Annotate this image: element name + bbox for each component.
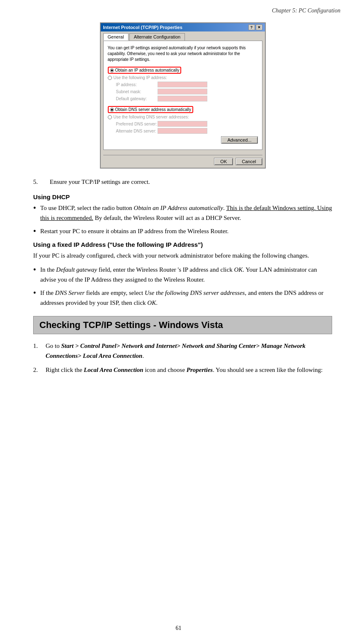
ip-address-label: IP address:	[116, 82, 158, 87]
ip-address-row: IP address:	[108, 82, 258, 87]
vista-step1-content: Go to Start > Control Panel> Network and…	[46, 341, 332, 361]
vista-heading: Checking TCP/IP Settings - Windows Vista	[39, 320, 223, 330]
dns-manual-label: Use the following DNS server addresses:	[114, 115, 189, 119]
alternate-dns-label: Alternate DNS server:	[116, 129, 158, 133]
dhcp-bullet2-content: Restart your PC to ensure it obtains an …	[40, 226, 332, 236]
tab-alternate[interactable]: Alternate Configuration	[129, 33, 185, 41]
fixed-bullet2: • If the DNS Server fields are empty, se…	[33, 288, 332, 308]
dns-auto-option: Obtain DNS server address automatically	[108, 106, 258, 113]
ok-button[interactable]: OK	[214, 158, 233, 165]
bullet-dot-3: •	[33, 265, 36, 274]
alternate-dns-row: Alternate DNS server:	[108, 128, 258, 134]
titlebar-buttons: ? ✕	[248, 24, 262, 30]
vista-step2: 2. Right click the Local Area Connection…	[33, 365, 332, 375]
step5-number: 5.	[33, 177, 50, 187]
fixed-bullet2-content: If the DNS Server fields are empty, sele…	[40, 288, 332, 308]
ip-manual-radio[interactable]	[108, 76, 112, 80]
fixed-b2-normal4: .	[156, 299, 158, 306]
vista-step2-content: Right click the Local Area Connection ic…	[46, 365, 332, 375]
vista-step2-normal2: icon and choose	[143, 367, 187, 373]
preferred-dns-row: Preferred DNS server:	[108, 121, 258, 127]
dialog-info-text: You can get IP settings assigned automat…	[108, 45, 258, 63]
close-button[interactable]: ✕	[256, 24, 262, 30]
fixed-b2-italic2: Use the following DNS server addresses	[145, 289, 245, 296]
ip-manual-label: Use the following IP address:	[114, 75, 167, 80]
dhcp-b1-italic: Obtain an IP Address automatically	[134, 205, 223, 211]
using-fixed-heading: Using a fixed IP Address ("Use the follo…	[33, 241, 332, 248]
dns-manual-radio[interactable]	[108, 115, 112, 119]
default-gateway-label: Default gateway:	[116, 96, 158, 101]
vista-step1: 1. Go to Start > Control Panel> Network …	[33, 341, 332, 361]
dns-manual-option: Use the following DNS server addresses:	[108, 115, 258, 119]
fixed-intro: If your PC is already configured, check …	[33, 251, 332, 260]
ip-auto-radio[interactable]	[110, 68, 114, 72]
fixed-b2-normal1: If the	[40, 289, 55, 296]
step5: 5.Ensure your TCP/IP settings are correc…	[33, 177, 332, 187]
vista-step2-bold1: Local Area Connection	[84, 367, 143, 373]
dialog-footer-inner: OK Cancel	[103, 155, 262, 165]
vista-step1-normal1: Go to	[46, 343, 61, 349]
advanced-button[interactable]: Advanced...	[221, 136, 257, 144]
dialog-title: Internet Protocol (TCP/IP) Properties	[103, 25, 182, 30]
dhcp-bullet1-content: To use DHCP, select the radio button Obt…	[40, 203, 332, 223]
page-content: Internet Protocol (TCP/IP) Properties ? …	[0, 18, 357, 396]
dhcp-b1-normal3: By default, the Wireless Router will act…	[93, 215, 241, 221]
using-dhcp-heading: Using DHCP	[33, 193, 332, 200]
default-gateway-input[interactable]	[158, 96, 207, 101]
fixed-b2-italic1: DNS Server	[55, 289, 85, 296]
fixed-bullet-list: • In the Default gateway field, enter th…	[33, 265, 332, 308]
page-number: 61	[0, 617, 357, 636]
fixed-b1-italic2: OK	[234, 266, 243, 273]
vista-step1-bold: Start > Control Panel> Network and Inter…	[46, 343, 306, 359]
dialog-tabs: General Alternate Configuration	[101, 31, 265, 41]
dns-auto-highlighted: Obtain DNS server address automatically	[108, 106, 193, 113]
ip-address-input[interactable]	[158, 82, 207, 87]
subnet-mask-input[interactable]	[158, 89, 207, 94]
vista-step2-num: 2.	[33, 365, 46, 375]
default-gateway-row: Default gateway:	[108, 96, 258, 101]
dns-auto-label: Obtain DNS server address automatically	[115, 107, 191, 112]
fixed-bullet1: • In the Default gateway field, enter th…	[33, 265, 332, 285]
subnet-mask-row: Subnet mask:	[108, 89, 258, 94]
dhcp-b1-normal1: To use DHCP, select the radio button	[40, 205, 134, 211]
dialog-titlebar: Internet Protocol (TCP/IP) Properties ? …	[101, 23, 265, 31]
fixed-b2-normal2: fields are empty, select	[85, 289, 145, 296]
ip-manual-option: Use the following IP address:	[108, 75, 258, 80]
fixed-b1-normal2: field, enter the Wireless Router 's IP a…	[97, 266, 234, 273]
dialog-body: You can get IP settings assigned automat…	[103, 41, 262, 150]
ip-auto-option: Obtain an IP address automatically	[108, 67, 258, 74]
page-header: Chapter 5: PC Configuration	[0, 0, 357, 18]
preferred-dns-input[interactable]	[158, 121, 207, 127]
screenshot-container: Internet Protocol (TCP/IP) Properties ? …	[33, 22, 332, 169]
fixed-b1-italic1: Default gateway	[56, 266, 97, 273]
dialog-box: Internet Protocol (TCP/IP) Properties ? …	[100, 22, 266, 169]
dhcp-bullet1: • To use DHCP, select the radio button O…	[33, 203, 332, 223]
fixed-b2-italic3: OK	[147, 299, 156, 306]
alternate-dns-input[interactable]	[158, 128, 207, 134]
vista-steps: 1. Go to Start > Control Panel> Network …	[33, 341, 332, 375]
vista-step2-bold2: Properties	[187, 367, 213, 373]
fixed-b1-normal1: In the	[40, 266, 56, 273]
tab-general[interactable]: General	[103, 33, 129, 41]
ip-auto-highlighted: Obtain an IP address automatically	[108, 67, 182, 74]
advanced-btn-row: Advanced...	[108, 136, 258, 144]
help-button[interactable]: ?	[248, 24, 255, 30]
cancel-button[interactable]: Cancel	[236, 158, 262, 165]
chapter-title: Chapter 5: PC Configuration	[272, 7, 340, 14]
bullet-dot-2: •	[33, 227, 36, 235]
fixed-heading-text: Using a fixed IP Address ("Use the follo…	[33, 241, 203, 248]
dhcp-bullet-list: • To use DHCP, select the radio button O…	[33, 203, 332, 236]
fixed-bullet1-content: In the Default gateway field, enter the …	[40, 265, 332, 285]
bullet-dot-1: •	[33, 204, 36, 212]
preferred-dns-label: Preferred DNS server:	[116, 122, 158, 126]
step5-text: Ensure your TCP/IP settings are correct.	[50, 177, 332, 187]
vista-step2-normal3: . You should see a screen like the follo…	[213, 367, 323, 373]
vista-step1-normal2: .	[142, 352, 144, 359]
vista-section-banner: Checking TCP/IP Settings - Windows Vista	[33, 316, 332, 334]
ip-auto-label: Obtain an IP address automatically	[115, 68, 180, 72]
dns-auto-radio[interactable]	[110, 108, 114, 112]
dialog-footer: OK Cancel	[101, 152, 265, 168]
bullet-dot-4: •	[33, 289, 36, 297]
dhcp-bullet2: • Restart your PC to ensure it obtains a…	[33, 226, 332, 236]
subnet-mask-label: Subnet mask:	[116, 89, 158, 94]
